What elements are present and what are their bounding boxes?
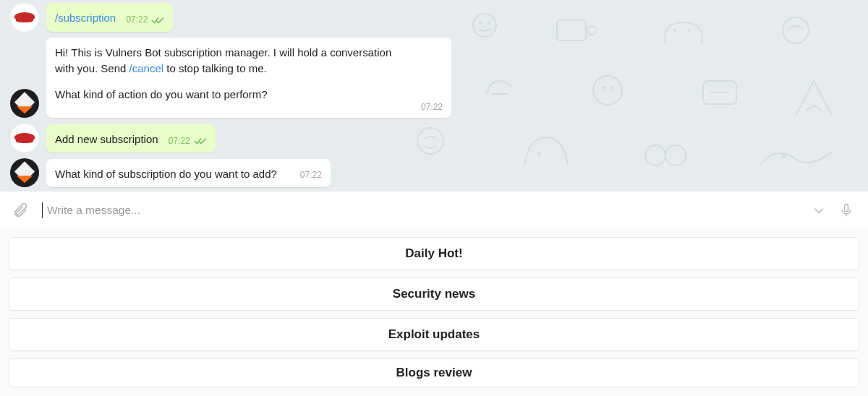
message-input-bar xyxy=(0,191,868,228)
message-row-out-1: /subscription 07:22 xyxy=(10,3,868,32)
chat-messages-area[interactable]: /subscription 07:22 Hi! This is Vulners … xyxy=(0,0,868,191)
read-check-icon xyxy=(151,16,164,25)
avatar-bot[interactable] xyxy=(10,158,39,187)
text-caret xyxy=(42,202,43,218)
message-bubble-in[interactable]: Hi! This is Vulners Bot subscription man… xyxy=(46,38,451,118)
avatar-bot[interactable] xyxy=(10,89,39,118)
message-command-text: /subscription xyxy=(55,12,116,24)
message-text-post: to stop talking to me. xyxy=(163,62,267,74)
read-check-icon xyxy=(194,137,207,145)
reply-keyboard: Daily Hot! Security news Exploit updates… xyxy=(0,228,868,396)
kbd-label: Daily Hot! xyxy=(405,246,462,261)
message-row-out-2: Add new subscription 07:22 xyxy=(10,124,868,152)
message-text: What kind of subscription do you want to… xyxy=(55,166,277,182)
message-time: 07:22 xyxy=(421,101,443,113)
attach-icon[interactable] xyxy=(13,202,29,218)
message-text: Add new subscription xyxy=(55,133,158,145)
kbd-daily-hot[interactable]: Daily Hot! xyxy=(9,237,859,270)
kbd-label: Security news xyxy=(393,287,475,301)
message-input[interactable] xyxy=(47,204,799,217)
message-cancel-command[interactable]: /cancel xyxy=(129,62,164,74)
kbd-blogs-review[interactable]: Blogs review xyxy=(9,358,859,387)
kbd-label: Blogs review xyxy=(396,366,472,380)
message-text-line1: Hi! This is Vulners Bot subscription man… xyxy=(55,45,408,77)
message-time: 07:22 xyxy=(169,135,190,147)
kbd-security-news[interactable]: Security news xyxy=(9,277,859,311)
svg-rect-14 xyxy=(845,204,848,211)
message-bubble-out[interactable]: Add new subscription 07:22 xyxy=(46,124,216,153)
keyboard-toggle-icon[interactable] xyxy=(812,203,826,218)
message-bubble-out[interactable]: /subscription 07:22 xyxy=(46,3,173,32)
kbd-label: Exploit updates xyxy=(388,327,480,342)
message-row-in-1: Hi! This is Vulners Bot subscription man… xyxy=(10,38,868,118)
avatar-user[interactable] xyxy=(10,124,39,152)
avatar-user[interactable] xyxy=(10,3,39,32)
microphone-icon[interactable] xyxy=(839,202,854,218)
message-time: 07:22 xyxy=(126,14,148,26)
telegram-chat-window: /subscription 07:22 Hi! This is Vulners … xyxy=(0,0,868,396)
message-time: 07:22 xyxy=(300,169,322,181)
messages-column: /subscription 07:22 Hi! This is Vulners … xyxy=(0,0,868,191)
message-text-line2: What kind of action do you want to perfo… xyxy=(55,87,408,103)
kbd-exploit-updates[interactable]: Exploit updates xyxy=(9,318,859,351)
message-bubble-in[interactable]: What kind of subscription do you want to… xyxy=(46,159,331,188)
message-input-wrap[interactable] xyxy=(42,202,799,218)
message-row-in-2: What kind of subscription do you want to… xyxy=(10,158,868,187)
